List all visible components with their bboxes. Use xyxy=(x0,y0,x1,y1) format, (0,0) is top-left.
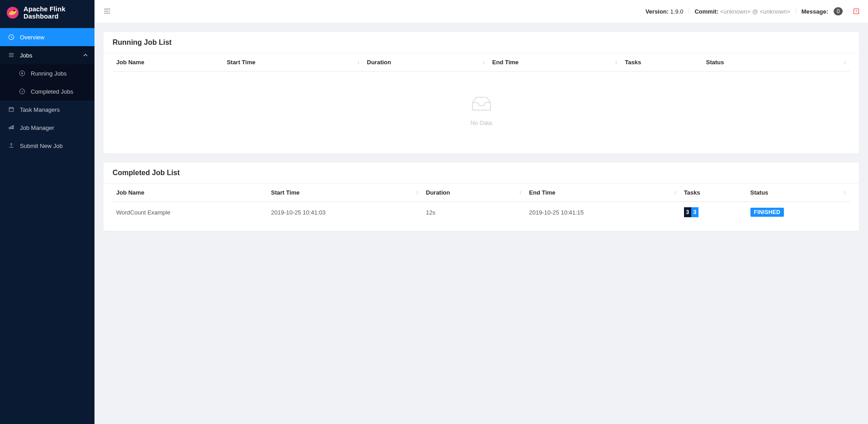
col-duration[interactable]: Duration xyxy=(363,53,489,71)
divider xyxy=(796,8,796,14)
svg-rect-5 xyxy=(9,128,10,129)
message-block: Message: xyxy=(802,8,828,15)
svg-rect-6 xyxy=(11,126,12,129)
sort-icon xyxy=(614,59,618,66)
empty-box-icon xyxy=(469,95,494,113)
completed-jobs-table: Job Name Start Time Duration End Time Ta… xyxy=(113,184,850,223)
sidebar-item-label: Task Managers xyxy=(20,106,60,113)
upload-icon xyxy=(7,143,15,149)
cell-job-name: WordCount Example xyxy=(113,202,268,223)
cell-tasks: 3 3 xyxy=(680,202,747,223)
commit-hash: <unknown> xyxy=(720,8,750,15)
table-row[interactable]: WordCount Example 2019-10-25 10:41:03 12… xyxy=(113,202,850,223)
message-count-badge[interactable]: 0 xyxy=(834,7,843,15)
commit-label: Commit: xyxy=(694,8,718,15)
dashboard-icon xyxy=(7,34,15,40)
cell-status: FINISHED xyxy=(747,202,850,223)
sidebar-item-label: Job Manager xyxy=(20,124,54,131)
col-end-time[interactable]: End Time xyxy=(525,184,680,202)
completed-jobs-panel-title: Completed Job List xyxy=(104,162,859,184)
sidebar-item-job-manager[interactable]: Job Manager xyxy=(0,119,94,137)
sidebar-item-label: Completed Jobs xyxy=(31,88,73,95)
app-title: Apache Flink Dashboard xyxy=(24,5,88,20)
sidebar-subitem-running-jobs[interactable]: Running Jobs xyxy=(0,64,94,82)
completed-jobs-panel: Completed Job List Job Name Start Time D… xyxy=(104,162,859,231)
task-badge-total: 3 xyxy=(684,207,691,217)
col-job-name[interactable]: Job Name xyxy=(113,53,223,71)
col-tasks[interactable]: Tasks xyxy=(621,53,702,71)
sidebar-item-label: Submit New Job xyxy=(20,143,63,149)
alert-icon[interactable] xyxy=(853,8,860,15)
svg-rect-4 xyxy=(9,108,14,112)
sidebar-item-label: Overview xyxy=(20,34,44,41)
sidebar: Apache Flink Dashboard Overview Jobs Run xyxy=(0,0,94,424)
message-label: Message: xyxy=(802,8,828,15)
main-area: Version: 1.9.0 Commit: <unknown> @ <unkn… xyxy=(94,0,868,424)
sidebar-menu: Overview Jobs Running Jobs Comp xyxy=(0,28,94,155)
sort-icon xyxy=(415,190,420,196)
cell-end-time: 2019-10-25 10:41:15 xyxy=(525,202,680,223)
sidebar-item-label: Running Jobs xyxy=(31,70,67,77)
topbar: Version: 1.9.0 Commit: <unknown> @ <unkn… xyxy=(94,0,868,23)
sidebar-item-overview[interactable]: Overview xyxy=(0,28,94,46)
svg-point-1 xyxy=(14,10,15,12)
sidebar-jobs-submenu: Running Jobs Completed Jobs xyxy=(0,64,94,100)
content: Running Job List Job Name Start Time Dur… xyxy=(94,23,868,424)
build-icon xyxy=(7,124,15,131)
sidebar-item-label: Jobs xyxy=(20,52,32,59)
sort-icon xyxy=(843,190,847,196)
sidebar-item-jobs[interactable]: Jobs xyxy=(0,46,94,64)
sort-icon xyxy=(518,190,523,196)
col-start-time[interactable]: Start Time xyxy=(268,184,423,202)
status-badge: FINISHED xyxy=(750,208,784,217)
collapse-sidebar-button[interactable] xyxy=(103,7,112,16)
col-status[interactable]: Status xyxy=(703,53,850,71)
empty-text: No Data xyxy=(116,119,846,126)
col-status[interactable]: Status xyxy=(747,184,850,202)
col-job-name[interactable]: Job Name xyxy=(113,184,268,202)
commit-date: <unknown> xyxy=(760,8,790,15)
sidebar-header: Apache Flink Dashboard xyxy=(0,0,94,28)
divider xyxy=(689,8,689,14)
check-circle-icon xyxy=(18,88,26,95)
col-start-time[interactable]: Start Time xyxy=(223,53,363,71)
sort-icon xyxy=(843,59,847,66)
task-badge-finished: 3 xyxy=(691,207,698,217)
topbar-meta: Version: 1.9.0 Commit: <unknown> @ <unkn… xyxy=(646,7,860,15)
version-value: 1.9.0 xyxy=(670,8,684,15)
flink-logo-icon xyxy=(6,6,19,19)
running-jobs-empty-state: No Data xyxy=(116,77,846,140)
running-jobs-table: Job Name Start Time Duration End Time Ta… xyxy=(113,53,850,145)
cell-duration: 12s xyxy=(422,202,525,223)
svg-rect-7 xyxy=(13,125,14,129)
schedule-icon xyxy=(7,106,15,113)
chevron-up-icon xyxy=(83,52,88,58)
version-label: Version: xyxy=(646,8,669,15)
commit-block: Commit: <unknown> @ <unknown> xyxy=(694,8,790,15)
sort-icon xyxy=(673,190,678,196)
running-jobs-panel: Running Job List Job Name Start Time Dur… xyxy=(104,32,859,153)
version-block: Version: 1.9.0 xyxy=(646,8,684,15)
task-badges: 3 3 xyxy=(684,207,698,217)
sort-icon xyxy=(356,59,361,66)
play-circle-icon xyxy=(18,70,26,76)
svg-point-3 xyxy=(19,89,24,94)
col-end-time[interactable]: End Time xyxy=(489,53,622,71)
sort-icon xyxy=(481,59,486,66)
col-tasks[interactable]: Tasks xyxy=(680,184,747,202)
bars-icon xyxy=(7,52,15,58)
running-jobs-panel-title: Running Job List xyxy=(104,32,859,53)
sidebar-item-task-managers[interactable]: Task Managers xyxy=(0,100,94,119)
sidebar-subitem-completed-jobs[interactable]: Completed Jobs xyxy=(0,82,94,100)
col-duration[interactable]: Duration xyxy=(422,184,525,202)
cell-start-time: 2019-10-25 10:41:03 xyxy=(268,202,423,223)
commit-at: @ xyxy=(752,8,758,15)
sidebar-item-submit-new-job[interactable]: Submit New Job xyxy=(0,137,94,155)
